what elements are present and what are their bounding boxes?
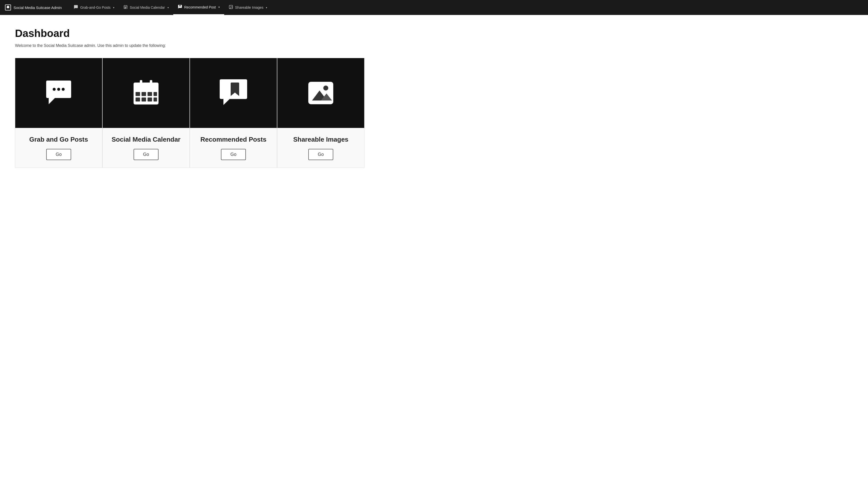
- nav-item-grab-and-go[interactable]: Grab-and-Go Posts ▾: [69, 0, 119, 15]
- card-button-social-media-calendar[interactable]: Go: [133, 149, 159, 160]
- nav-item-social-media-calendar[interactable]: Social Media Calendar ▾: [119, 0, 173, 15]
- svg-point-23: [323, 86, 328, 91]
- card-image-recommended-posts: [190, 58, 277, 128]
- bookmark-chat-icon: [217, 78, 250, 108]
- chat-dots-icon: [44, 79, 74, 107]
- brand-label: Social Media Suitcase Admin: [14, 5, 62, 10]
- chevron-down-icon-1: ▾: [167, 6, 169, 9]
- image-mountain-icon: [305, 78, 337, 108]
- card-title-shareable-images: Shareable Images: [293, 135, 348, 144]
- card-button-shareable-images[interactable]: Go: [308, 149, 333, 160]
- card-body-grab-and-go: Grab and Go Posts Go: [15, 128, 102, 168]
- svg-point-4: [230, 6, 231, 6]
- card-grab-and-go-posts: Grab and Go Posts Go: [15, 58, 102, 168]
- card-body-social-media-calendar: Social Media Calendar Go: [103, 128, 189, 168]
- svg-rect-9: [133, 82, 159, 90]
- card-social-media-calendar: Social Media Calendar Go: [102, 58, 190, 168]
- svg-rect-17: [142, 97, 146, 101]
- nav-item-shareable-images[interactable]: Shareable Images ▾: [224, 0, 272, 15]
- card-title-recommended-posts: Recommended Posts: [200, 135, 266, 144]
- cards-grid: Grab and Go Posts Go: [15, 58, 364, 168]
- image-icon: [229, 5, 233, 10]
- svg-rect-16: [135, 97, 140, 101]
- chevron-down-icon-0: ▾: [113, 6, 114, 9]
- svg-rect-19: [153, 97, 157, 101]
- svg-rect-10: [140, 80, 142, 86]
- card-title-social-media-calendar: Social Media Calendar: [112, 135, 180, 144]
- card-recommended-posts: Recommended Posts Go: [190, 58, 277, 168]
- chevron-down-icon-2: ▾: [218, 6, 220, 8]
- chevron-down-icon-3: ▾: [266, 6, 267, 9]
- calendar-icon: [123, 5, 128, 10]
- main-content: Dashboard Welcome to the Social Media Su…: [0, 15, 868, 494]
- card-body-recommended-posts: Recommended Posts Go: [190, 128, 277, 168]
- nav-item-grab-and-go-label: Grab-and-Go Posts: [80, 5, 110, 10]
- card-image-grab-and-go: [15, 58, 102, 128]
- calendar-grid-icon: [131, 78, 161, 108]
- svg-rect-12: [135, 92, 140, 96]
- nav-item-recommended-post[interactable]: Recommended Post ▾: [173, 0, 224, 15]
- svg-rect-14: [147, 92, 152, 96]
- chat-bubble-icon: [74, 5, 78, 10]
- card-body-shareable-images: Shareable Images Go: [277, 128, 364, 168]
- page-subtitle: Welcome to the Social Media Suitcase adm…: [15, 43, 853, 48]
- svg-rect-13: [142, 92, 146, 96]
- svg-rect-18: [147, 97, 152, 101]
- svg-rect-15: [153, 92, 157, 96]
- svg-point-5: [53, 88, 56, 91]
- card-image-shareable-images: [277, 58, 364, 128]
- brand: Social Media Suitcase Admin: [5, 4, 62, 11]
- card-title-grab-and-go: Grab and Go Posts: [29, 135, 88, 144]
- card-image-social-media-calendar: [103, 58, 189, 128]
- nav-item-social-media-calendar-label: Social Media Calendar: [130, 5, 165, 10]
- nav-item-recommended-post-label: Recommended Post: [184, 5, 216, 9]
- svg-rect-1: [7, 6, 9, 6]
- svg-point-6: [57, 88, 60, 91]
- card-button-grab-and-go[interactable]: Go: [46, 149, 71, 160]
- card-shareable-images: Shareable Images Go: [277, 58, 364, 168]
- navbar: Social Media Suitcase Admin Grab-and-Go …: [0, 0, 868, 15]
- svg-rect-11: [150, 80, 152, 86]
- brand-icon: [5, 4, 11, 11]
- recommended-icon: [178, 4, 182, 10]
- nav-item-shareable-images-label: Shareable Images: [235, 5, 264, 10]
- svg-rect-0: [7, 6, 9, 8]
- page-title: Dashboard: [15, 27, 853, 39]
- svg-point-7: [62, 88, 65, 91]
- card-button-recommended-posts[interactable]: Go: [221, 149, 246, 160]
